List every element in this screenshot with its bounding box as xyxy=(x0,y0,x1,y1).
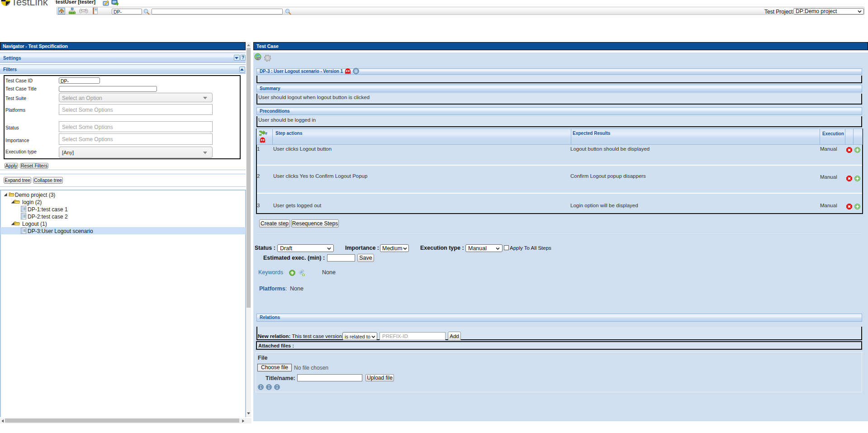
svg-text:TestLink: TestLink xyxy=(11,0,48,7)
